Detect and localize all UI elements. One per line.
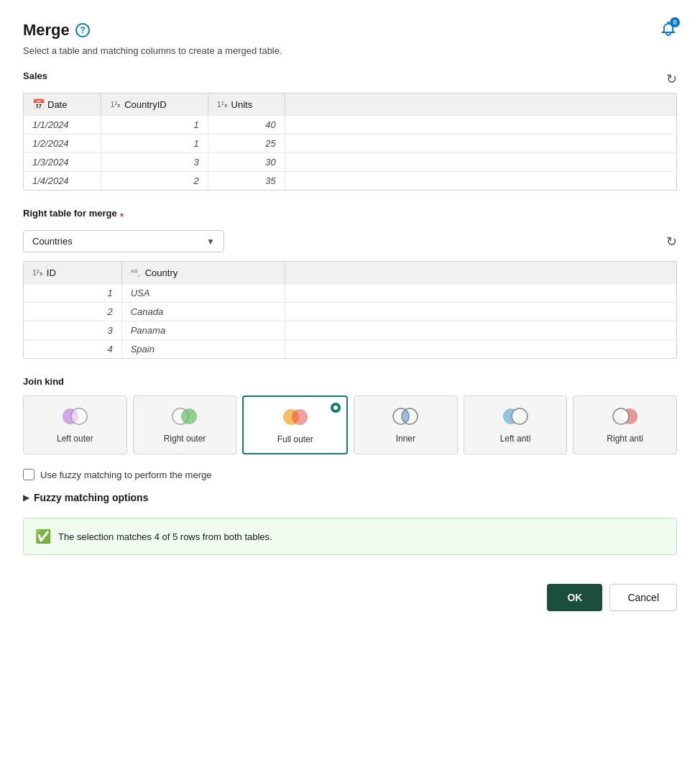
right-anti-venn-icon <box>609 406 641 426</box>
fuzzy-matching-label[interactable]: Use fuzzy matching to perform the merge <box>40 470 211 480</box>
countries-col-empty <box>285 262 676 284</box>
join-kind-label: Join kind <box>23 376 677 387</box>
left-outer-label: Left outer <box>57 434 93 444</box>
sales-col-units[interactable]: 1²₃ Units <box>208 93 285 116</box>
join-card-right-outer[interactable]: Right outer <box>133 395 237 454</box>
countries-col-country[interactable]: ᴬᴮ꜀ Country <box>121 262 285 284</box>
calendar-icon: 📅 <box>32 99 45 110</box>
svg-point-7 <box>292 409 308 425</box>
svg-point-5 <box>181 408 197 424</box>
sales-row-3: 1/3/2024 3 30 <box>24 153 676 172</box>
sales-section-label: Sales <box>23 70 47 81</box>
left-anti-venn-icon <box>499 406 531 426</box>
left-outer-venn-icon <box>59 406 91 426</box>
status-check-icon: ✅ <box>35 528 51 544</box>
help-icon[interactable]: ? <box>75 23 90 37</box>
sales-row-1: 1/1/2024 1 40 <box>24 116 676 134</box>
notification-badge: 0 <box>670 17 680 27</box>
sales-table-container: 📅 Date 1²₃ CountryID 1²₃ Units <box>23 93 677 191</box>
right-anti-label: Right anti <box>607 434 643 444</box>
sales-col-empty <box>285 93 676 116</box>
fuzzy-options-label: Fuzzy matching options <box>34 492 148 503</box>
countries-row-4: 4 Spain <box>24 340 676 359</box>
fuzzy-matching-options-row[interactable]: ▶ Fuzzy matching options <box>23 492 677 503</box>
status-banner: ✅ The selection matches 4 of 5 rows from… <box>23 518 677 555</box>
sales-refresh-button[interactable]: ↻ <box>666 71 677 87</box>
number-type-icon-1: 1²₃ <box>110 100 120 109</box>
number-type-icon-2: 1²₃ <box>217 100 227 109</box>
sales-row-4: 1/4/2024 2 35 <box>24 172 676 191</box>
sales-col-date[interactable]: 📅 Date <box>24 93 101 116</box>
right-outer-label: Right outer <box>164 434 206 444</box>
selected-indicator <box>331 403 341 413</box>
fuzzy-options-chevron-icon: ▶ <box>23 493 29 503</box>
status-message: The selection matches 4 of 5 rows from b… <box>58 531 272 542</box>
footer-buttons: OK Cancel <box>23 584 677 611</box>
join-card-right-anti[interactable]: Right anti <box>573 395 677 454</box>
join-cards-container: Left outer Right outer Full outer Inner <box>23 395 677 454</box>
countries-row-1: 1 USA <box>24 284 676 303</box>
left-anti-label: Left anti <box>500 434 531 444</box>
number-type-icon-id: 1²₃ <box>32 268 42 278</box>
countries-table-container: 1²₃ ID ᴬᴮ꜀ Country 1 USA <box>23 261 677 359</box>
join-card-left-anti[interactable]: Left anti <box>464 395 568 454</box>
sales-table: 📅 Date 1²₃ CountryID 1²₃ Units <box>24 93 676 190</box>
join-card-full-outer[interactable]: Full outer <box>242 395 348 454</box>
inner-label: Inner <box>396 434 415 444</box>
countries-row-2: 2 Canada <box>24 303 676 321</box>
full-outer-venn-icon <box>280 407 311 427</box>
sales-row-2: 1/2/2024 1 25 <box>24 134 676 153</box>
fuzzy-matching-row: Use fuzzy matching to perform the merge <box>23 469 677 480</box>
page-title: Merge <box>23 21 70 40</box>
sales-col-countryid[interactable]: 1²₃ CountryID <box>101 93 208 116</box>
right-table-refresh-button[interactable]: ↻ <box>666 234 677 250</box>
required-star: * <box>120 211 124 222</box>
full-outer-label: Full outer <box>277 434 313 444</box>
fuzzy-matching-checkbox[interactable] <box>23 469 34 480</box>
cancel-button[interactable]: Cancel <box>609 584 677 611</box>
right-table-label: Right table for merge <box>23 208 117 219</box>
svg-point-2 <box>71 408 87 424</box>
join-card-inner[interactable]: Inner <box>354 395 458 454</box>
notification-icon[interactable]: 0 <box>660 20 677 40</box>
ok-button[interactable]: OK <box>547 584 602 611</box>
dropdown-arrow-icon: ▼ <box>206 237 215 247</box>
right-outer-venn-icon <box>169 406 201 426</box>
countries-table: 1²₃ ID ᴬᴮ꜀ Country 1 USA <box>24 262 676 358</box>
subtitle: Select a table and matching columns to c… <box>23 45 677 56</box>
countries-col-id[interactable]: 1²₃ ID <box>24 262 121 284</box>
join-card-left-outer[interactable]: Left outer <box>23 395 127 454</box>
text-type-icon: ᴬᴮ꜀ <box>131 268 141 278</box>
right-table-dropdown[interactable]: Countries ▼ <box>23 230 224 252</box>
inner-venn-icon <box>390 406 421 426</box>
countries-row-3: 3 Panama <box>24 321 676 340</box>
